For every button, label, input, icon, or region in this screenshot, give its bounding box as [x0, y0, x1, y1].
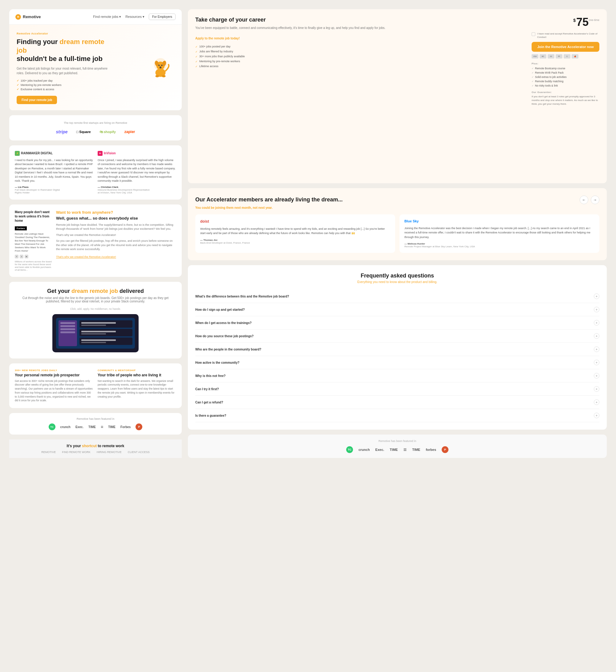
press-crunch: crunch [359, 448, 370, 451]
accel-test-1-text: Working remotely feels amazing, and it's… [200, 227, 390, 236]
logo[interactable]: R Remotive [15, 14, 41, 20]
hero-illustration [147, 54, 174, 82]
prospector-left-tag: 300+ NEW REMOTE JOBS DAILY [15, 369, 93, 372]
testimonials-card: ⚡ RAINMAKER DIGITAL I need to thank you … [9, 145, 182, 200]
footer-nav: REMOTIVE FIND REMOTE WORK HIRING REMOTIV… [15, 451, 176, 454]
forbes-right-subtitle: Well, guess what... so does everybody el… [56, 216, 176, 221]
svg-point-9 [160, 67, 161, 68]
faq-expand-9[interactable]: + [594, 413, 599, 418]
forbes-badge: Forbes [15, 226, 27, 230]
li-icon: in [25, 255, 28, 258]
footer-link-3[interactable]: HIRING REMOTIVE [97, 451, 122, 454]
faq-item-4[interactable]: Who are the people in the community boar… [195, 343, 599, 356]
shopify-logo: 🛍 shopify [99, 130, 116, 134]
press-ph: P [442, 446, 448, 453]
footer-link-2[interactable]: FIND REMOTE WORK [62, 451, 91, 454]
svg-point-11 [162, 75, 166, 77]
screen-job-1 [79, 320, 132, 328]
forbes-right-text-1: Remote job listings have doubled. The su… [56, 223, 176, 231]
guarantee-text: If you don't get at least 3 roles get pr… [532, 95, 599, 106]
hero-cta-button[interactable]: Find your remote job [17, 96, 57, 104]
pricing-features: 100+ jobs posted per day Jobs are filter… [195, 45, 525, 68]
footer-link-4[interactable]: CLIENT ACCESS [128, 451, 150, 454]
press-time2: TIME [412, 448, 420, 451]
plan-feat-3: Remote buddy matching [532, 80, 599, 83]
svg-point-6 [161, 65, 163, 66]
price-display: $ 75 one-time [532, 17, 599, 28]
faq-item-6[interactable]: Why is this not free? + [195, 369, 599, 383]
testimonial-1-author: — Lia Plaza Full Stack developer in Rain… [15, 186, 93, 194]
faq-question-4: Who are the people in the community boar… [195, 348, 261, 351]
faq-item-2[interactable]: When do I get access to the trainings? + [195, 316, 599, 330]
employers-button[interactable]: For Employers [149, 14, 176, 20]
faq-item-1[interactable]: How do I sign up and get started? + [195, 303, 599, 316]
dream-card: Get your dream remote job delivered Cut … [9, 282, 182, 358]
press-right-logos: TC crunch Exec. TIME ≡ TIME forbes P [194, 446, 601, 453]
pp-icon: PP [556, 54, 562, 59]
pricing-title: Take charge of your career [195, 17, 525, 23]
accel-testimonial-2: Blue Sky Joining the Remotive Accelerato… [399, 214, 599, 253]
join-button[interactable]: Join the Remotive Accelerator now [532, 42, 599, 52]
faq-expand-5[interactable]: + [594, 360, 599, 365]
amex-icon: AX [548, 54, 554, 59]
faq-item-7[interactable]: Can I try it first? + [195, 383, 599, 396]
doist-logo: doist [200, 219, 390, 224]
faq-item-9[interactable]: Is there a guarantee? + [195, 409, 599, 422]
forbes-right: Want to work from anywhere? Well, guess … [56, 210, 176, 271]
faq-question-6: Why is this not free? [195, 374, 225, 378]
faq-expand-4[interactable]: + [594, 346, 599, 352]
job-title-2 [81, 331, 116, 332]
prospector-card: 300+ NEW REMOTE JOBS DAILY Your personal… [9, 363, 182, 408]
press-stack: ≡ [403, 447, 407, 453]
invision-dot: in [98, 151, 103, 156]
time2-logo: TIME [108, 425, 115, 429]
sidebar-item-3 [60, 328, 75, 330]
hero-headline: Finding your dream remote jobshouldn't b… [17, 38, 109, 63]
feature-3: Exclusive content & access [17, 88, 109, 91]
accel-prev-button[interactable]: ← [580, 196, 588, 204]
pricing-left: Take charge of your career You've been e… [195, 17, 525, 106]
accelerator-card: Our Accelerator members are already livi… [188, 188, 607, 260]
pricing-feat-2: 30+ more jobs than publicly available [195, 55, 525, 58]
sidebar-item-2 [60, 325, 75, 327]
pricing-inner: Take charge of your career You've been e… [195, 17, 599, 106]
press-card-left: Remotive has been featured in TC crunch … [9, 413, 182, 435]
terms-checkbox[interactable] [532, 32, 535, 36]
faq-item-8[interactable]: Can I get a refund? + [195, 396, 599, 409]
faq-item-3[interactable]: How do you source these job postings? + [195, 330, 599, 343]
hero-body: Remotive Accelerator Finding your dream … [9, 25, 182, 110]
bluesky-logo: Blue Sky [404, 219, 594, 223]
hero-subtext: Get the latest job listings for your mos… [17, 66, 109, 75]
faq-expand-0[interactable]: + [594, 293, 599, 299]
accel-next-button[interactable]: → [591, 196, 599, 204]
accel-test-2-author: — Melissa Hunter Remote Project Manager … [404, 242, 594, 248]
press-logos: TC crunch Exec. TIME ≡ TIME Forbes P [15, 423, 176, 430]
testimonial-2: in InVision Once I joined, I was pleasan… [98, 151, 176, 194]
faq-question-2: When do I get access to the trainings? [195, 321, 252, 325]
job-sub-3 [81, 342, 106, 343]
press-time: TIME [390, 448, 398, 451]
testimonial-1: ⚡ RAINMAKER DIGITAL I need to thank you … [15, 151, 93, 194]
faq-expand-2[interactable]: + [594, 320, 599, 326]
faq-expand-6[interactable]: + [594, 373, 599, 379]
svg-point-5 [158, 65, 160, 66]
accel-testimonial-1: doist Working remotely feels amazing, an… [195, 214, 395, 253]
faq-expand-1[interactable]: + [594, 307, 599, 312]
faq-expand-8[interactable]: + [594, 399, 599, 405]
faq-expand-7[interactable]: + [594, 386, 599, 392]
remotive-accelerator-link[interactable]: That's why we created the Remotive Accel… [56, 255, 116, 258]
footer-link-1[interactable]: REMOTIVE [41, 451, 56, 454]
forbes-extra: Millions of workers across the board for… [15, 260, 52, 271]
pricing-link[interactable]: Apply to the remote job today! [195, 37, 240, 40]
press-forbes: forbes [426, 448, 436, 451]
plan-label: Plus: [532, 62, 599, 65]
faq-item-0[interactable]: What's the difference between this and t… [195, 290, 599, 303]
guarantee-label: Our Guarantee: [532, 91, 599, 94]
price-amount: 75 [576, 17, 589, 28]
faq-item-5[interactable]: How active is the community? + [195, 356, 599, 369]
prospector-right-title: Your tribe of people who are living it [98, 373, 176, 377]
nav-links: Find remote jobs ▾ Resources ▾ For Emplo… [93, 14, 176, 20]
feature-2: Mentoring by pre-remote workers [17, 83, 109, 87]
faq-question-8: Can I get a refund? [195, 401, 223, 404]
faq-expand-3[interactable]: + [594, 333, 599, 339]
